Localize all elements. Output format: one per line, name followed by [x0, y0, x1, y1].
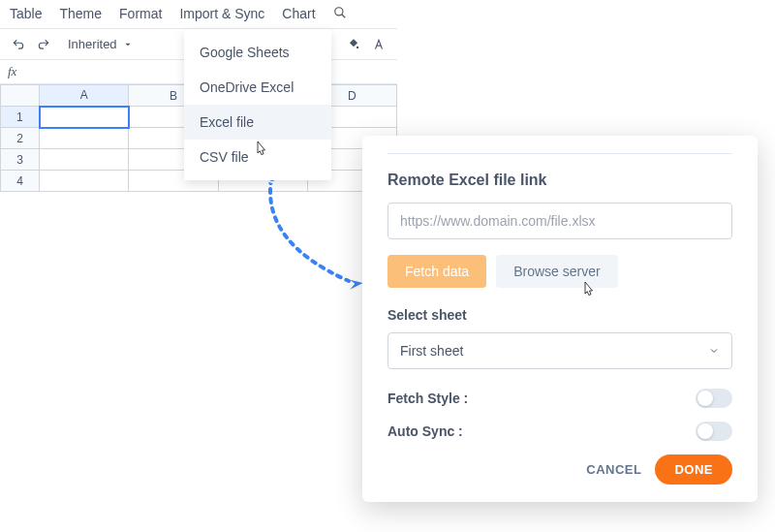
redo-icon[interactable] — [35, 36, 52, 53]
svg-point-2 — [356, 46, 358, 47]
menu-import-sync[interactable]: Import & Sync — [179, 6, 264, 22]
dropdown-onedrive-excel[interactable]: OneDrive Excel — [184, 70, 331, 105]
fill-color-icon[interactable] — [345, 36, 362, 53]
cancel-button[interactable]: CANCEL — [586, 462, 641, 477]
cursor-pointer-icon — [252, 140, 269, 165]
cell-a3[interactable] — [40, 149, 129, 171]
dropdown-google-sheets[interactable]: Google Sheets — [184, 35, 331, 70]
fetch-style-toggle[interactable] — [696, 389, 732, 408]
cell-a4[interactable] — [40, 171, 129, 192]
svg-point-0 — [334, 8, 342, 16]
done-button[interactable]: DONE — [655, 454, 732, 485]
dropdown-excel-file[interactable]: Excel file — [184, 105, 331, 140]
row-header-3[interactable]: 3 — [1, 149, 40, 171]
auto-sync-row: Auto Sync : — [388, 422, 732, 441]
menu-bar: Table Theme Format Import & Sync Chart — [0, 0, 397, 29]
row-header-2[interactable]: 2 — [1, 128, 40, 149]
auto-sync-toggle[interactable] — [696, 422, 732, 441]
button-row: Fetch data Browse server — [388, 255, 732, 288]
browse-server-button[interactable]: Browse server — [496, 255, 617, 288]
row-header-4[interactable]: 4 — [1, 171, 40, 192]
divider — [388, 153, 732, 154]
svg-line-1 — [341, 15, 345, 18]
menu-chart[interactable]: Chart — [282, 6, 315, 22]
fetch-data-button[interactable]: Fetch data — [388, 255, 486, 288]
remote-excel-dialog: Remote Excel file link https://www.domai… — [362, 136, 758, 502]
cursor-pointer-icon — [579, 280, 597, 305]
sheet-select-value: First sheet — [400, 343, 463, 359]
auto-sync-label: Auto Sync : — [388, 423, 463, 439]
corner-cell[interactable] — [1, 85, 40, 107]
fx-label: fx — [8, 64, 16, 79]
search-icon[interactable] — [333, 6, 347, 22]
cell-a1[interactable] — [40, 107, 129, 128]
menu-format[interactable]: Format — [119, 6, 162, 22]
col-header-a[interactable]: A — [40, 85, 129, 107]
chevron-down-icon — [123, 40, 133, 49]
dialog-footer: CANCEL DONE — [388, 454, 732, 485]
fetch-style-label: Fetch Style : — [388, 391, 468, 406]
undo-icon[interactable] — [10, 36, 27, 53]
font-select[interactable]: Inherited — [60, 35, 140, 53]
menu-theme[interactable]: Theme — [59, 6, 102, 22]
row-header-1[interactable]: 1 — [1, 107, 40, 128]
select-sheet-label: Select sheet — [388, 307, 732, 323]
chevron-down-icon — [708, 345, 720, 357]
fetch-style-row: Fetch Style : — [388, 389, 732, 408]
menu-table[interactable]: Table — [10, 6, 42, 22]
text-color-icon[interactable] — [370, 36, 388, 53]
sheet-select[interactable]: First sheet — [388, 332, 732, 369]
font-name: Inherited — [68, 37, 117, 51]
cell-a2[interactable] — [40, 128, 129, 149]
url-input[interactable]: https://www.domain.com/file.xlsx — [388, 203, 732, 239]
dialog-title: Remote Excel file link — [388, 172, 732, 189]
